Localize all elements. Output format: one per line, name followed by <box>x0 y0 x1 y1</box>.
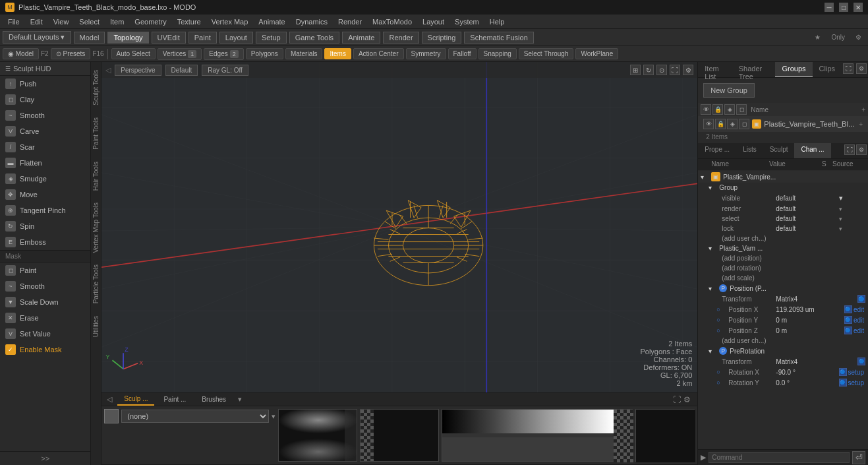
menu-item[interactable]: Item <box>105 16 129 27</box>
viewport-icon-2[interactable]: ↻ <box>643 65 654 75</box>
props-row-pos-y[interactable]: ○ Position Y 0 m 🔵 edit <box>698 315 868 325</box>
right-settings-icon[interactable]: ⚙ <box>856 63 867 74</box>
props-expand-icon[interactable]: ⛶ <box>844 144 855 155</box>
props-row-render[interactable]: render default ▾ <box>698 204 868 214</box>
mask-tool-paint[interactable]: ◻ Paint <box>0 263 90 278</box>
tab-item-list[interactable]: Item List <box>698 62 732 77</box>
toolbar-render[interactable]: Render <box>383 32 419 44</box>
viewport-icon-search[interactable]: ⊙ <box>656 65 667 75</box>
menu-layout[interactable]: Layout <box>417 16 449 27</box>
menu-vertex-map[interactable]: Vertex Map <box>206 16 254 27</box>
props-row-pos-x[interactable]: ○ Position X 119.2093 um 🔵 edit <box>698 304 868 315</box>
items-btn[interactable]: Items <box>324 48 351 59</box>
menu-system[interactable]: System <box>449 16 484 27</box>
side-tab-vertex-map-tools[interactable]: Vertex Map Tools <box>91 197 101 259</box>
item-render[interactable]: ◈ <box>727 119 738 129</box>
command-submit-button[interactable]: ⏎ <box>852 451 865 464</box>
toolbar-paint[interactable]: Paint <box>188 32 217 44</box>
tool-smudge[interactable]: ◈ Smudge <box>0 171 90 187</box>
props-row-rot-y[interactable]: ○ Rotation Y 0.0 ° 🔵 setup <box>698 377 868 388</box>
tool-carve[interactable]: V Carve <box>0 123 90 139</box>
render-mode-btn[interactable]: Ray GL: Off <box>202 65 248 76</box>
tab-paint[interactable]: Paint ... <box>157 394 192 405</box>
toolbar-setup[interactable]: Setup <box>256 32 287 44</box>
props-tab-sculpt[interactable]: Sculpt <box>763 143 795 158</box>
preset-dropdown-arrow[interactable]: ▾ <box>272 412 275 421</box>
bottom-expand-left[interactable]: ◁ <box>104 395 115 404</box>
items-select-icon[interactable]: ◻ <box>736 104 747 115</box>
menu-edit[interactable]: Edit <box>25 16 48 27</box>
side-tab-particle-tools[interactable]: Particle Tools <box>91 259 101 309</box>
tool-spin[interactable]: ↻ Spin <box>0 218 90 234</box>
tool-push[interactable]: ↑ Push <box>0 76 90 92</box>
toolbar-game-tools[interactable]: Game Tools <box>289 32 340 44</box>
items-add-child[interactable]: + <box>859 121 863 128</box>
workplane-btn[interactable]: WorkPlane <box>575 48 618 59</box>
tool-smooth[interactable]: ~ Smooth <box>0 108 90 123</box>
edges-btn[interactable]: Edges 2 <box>204 48 243 60</box>
menu-render[interactable]: Render <box>333 16 367 27</box>
select-through-btn[interactable]: Select Through <box>519 48 574 59</box>
viewport-icon-expand[interactable]: ⛶ <box>670 65 680 75</box>
menu-help[interactable]: Help <box>484 16 510 27</box>
menu-file[interactable]: File <box>3 16 25 27</box>
item-vis[interactable]: 👁 <box>703 119 714 129</box>
bottom-settings-icon[interactable]: ⚙ <box>683 395 691 404</box>
props-row-pos-z[interactable]: ○ Position Z 0 m 🔵 edit <box>698 325 868 336</box>
rot-x-setup-btn[interactable]: setup <box>847 369 865 376</box>
presets-btn[interactable]: ⊙ Presets <box>51 48 91 59</box>
tab-shader-tree[interactable]: Shader Tree <box>732 62 776 77</box>
side-tab-sculpt-tools[interactable]: Sculpt Tools <box>91 65 101 111</box>
props-row-select[interactable]: select default ▾ <box>698 214 868 224</box>
model-mode-btn[interactable]: ◉ Model <box>3 48 39 59</box>
props-row-lock[interactable]: lock default ▾ <box>698 224 868 233</box>
pos-z-edit-btn[interactable]: edit <box>852 327 865 334</box>
menu-animate[interactable]: Animate <box>253 16 290 27</box>
materials-btn[interactable]: Materials <box>285 48 323 59</box>
props-tab-lists[interactable]: Lists <box>736 143 763 158</box>
tool-enable-mask[interactable]: ✓ Enable Mask <box>0 342 90 357</box>
preset-dropdown[interactable]: (none) <box>121 410 269 423</box>
props-row-add-rot[interactable]: (add rotation) <box>698 263 868 273</box>
items-add-icon[interactable]: + <box>861 106 865 113</box>
rot-y-setup-btn[interactable]: setup <box>847 379 865 387</box>
vertices-btn[interactable]: Vertices 1 <box>158 48 202 60</box>
props-row-add-pos[interactable]: (add position) <box>698 253 868 263</box>
side-tab-hair-tools[interactable]: Hair Tools <box>91 156 101 196</box>
tool-tangent-pinch[interactable]: ⊕ Tangent Pinch <box>0 202 90 218</box>
close-button[interactable]: ✕ <box>854 3 863 12</box>
props-row-add-user1[interactable]: (add user ch...) <box>698 233 868 243</box>
toolbar-schematic-fusion[interactable]: Schematic Fusion <box>464 32 533 44</box>
toolbar-model[interactable]: Model <box>74 32 105 44</box>
props-row-add-user2[interactable]: (add user ch...) <box>698 336 868 346</box>
props-row-rot-x[interactable]: ○ Rotation X -90.0 ° 🔵 setup <box>698 367 868 377</box>
items-render-icon[interactable]: ◈ <box>724 104 735 115</box>
tab-groups[interactable]: Groups <box>775 62 812 77</box>
props-row-add-scale[interactable]: (add scale) <box>698 273 868 283</box>
menu-view[interactable]: View <box>48 16 74 27</box>
tool-clay[interactable]: ◻ Clay <box>0 92 90 108</box>
items-lock-icon[interactable]: 🔒 <box>712 104 723 115</box>
symmetry-btn[interactable]: Symmetry <box>406 48 446 59</box>
brushes-dropdown[interactable]: ▾ <box>235 395 245 404</box>
menu-texture[interactable]: Texture <box>172 16 206 27</box>
viewport-icon-settings[interactable]: ⚙ <box>683 65 693 75</box>
preset-color-swatch[interactable] <box>104 409 119 423</box>
props-row-plastic[interactable]: ▾ Plastic_Vam ... <box>698 243 868 253</box>
snapping-btn[interactable]: Snapping <box>478 48 517 59</box>
mask-tool-smooth[interactable]: ~ Smooth <box>0 278 90 294</box>
tab-sculpt[interactable]: Sculp ... <box>117 393 154 406</box>
props-settings-icon[interactable]: ⚙ <box>856 144 867 155</box>
new-group-button[interactable]: New Group <box>703 83 755 98</box>
menu-maxtomodo[interactable]: MaxToModo <box>367 16 417 27</box>
command-input[interactable] <box>709 452 850 463</box>
pos-y-edit-btn[interactable]: edit <box>852 317 865 324</box>
tool-scar[interactable]: / Scar <box>0 139 90 155</box>
auto-select-btn[interactable]: Auto Select <box>111 48 156 59</box>
menu-geometry[interactable]: Geometry <box>129 16 171 27</box>
props-row-visible[interactable]: visible default ▾ <box>698 193 868 204</box>
props-tab-channels[interactable]: Chan ... <box>794 143 830 158</box>
viewport-icon-1[interactable]: ⊞ <box>630 65 641 75</box>
tool-set-value[interactable]: V Set Value <box>0 326 90 342</box>
tab-brushes[interactable]: Brushes <box>195 394 233 405</box>
